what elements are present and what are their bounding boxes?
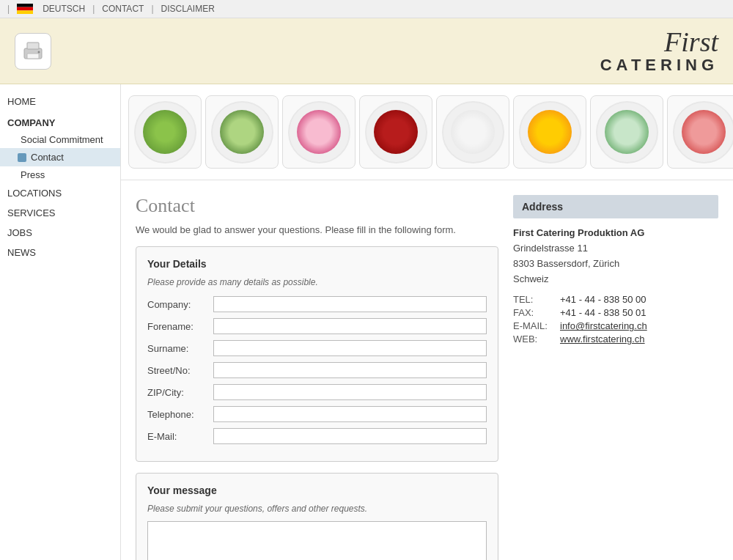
surname-field-row: Surname: — [147, 340, 487, 356]
company-input[interactable] — [213, 296, 487, 312]
address-company-name: First Catering Produktion AG — [513, 227, 718, 238]
address-country: Schweiz — [513, 272, 718, 287]
gallery-item-4 — [359, 95, 432, 169]
web-value[interactable]: www.firstcatering.ch — [560, 334, 718, 345]
address-street: Grindelstrasse 11 — [513, 241, 718, 257]
gallery-item-1 — [128, 95, 202, 169]
email-value[interactable]: info@firstcatering.ch — [560, 320, 718, 331]
contact-form-area: Contact We would be glad to answer your … — [136, 195, 498, 560]
email-input[interactable] — [213, 428, 487, 444]
address-panel: Address First Catering Produktion AG Gri… — [513, 195, 718, 560]
zip-input[interactable] — [213, 384, 487, 400]
forename-label: Forename: — [147, 321, 213, 332]
sidebar-item-social-commitment[interactable]: Social Commitment — [0, 131, 120, 148]
svg-rect-5 — [27, 54, 39, 59]
sidebar-item-press[interactable]: Press — [0, 166, 120, 183]
sidebar-item-news[interactable]: NEWS — [0, 243, 120, 262]
telephone-label: Telephone: — [147, 409, 213, 420]
contact-info-grid: TEL: +41 - 44 - 838 50 00 FAX: +41 - 44 … — [513, 294, 718, 345]
web-label: WEB: — [513, 334, 557, 345]
logo-first: First — [600, 28, 718, 56]
flag-icon — [17, 4, 35, 14]
email-label: E-Mail: — [147, 431, 213, 442]
company-label: Company: — [147, 299, 213, 310]
fax-value: +41 - 44 - 838 50 01 — [560, 307, 718, 318]
email-field-row: E-Mail: — [147, 428, 487, 444]
deutsch-link[interactable]: DEUTSCH — [43, 4, 85, 14]
gallery-item-8 — [667, 95, 733, 169]
main-layout: HOME COMPANY Social Commitment Contact P… — [0, 84, 733, 560]
svg-rect-2 — [17, 10, 33, 14]
zip-field-row: ZIP/City: — [147, 384, 487, 400]
sidebar-item-locations[interactable]: LOCATIONS — [0, 183, 120, 203]
surname-input[interactable] — [213, 340, 487, 356]
contact-indicator — [18, 153, 26, 162]
logo-catering: CATERING — [600, 56, 718, 75]
logo: First CATERING — [600, 28, 718, 75]
gallery-item-7 — [590, 95, 663, 169]
site-header: First CATERING — [0, 18, 733, 84]
gallery-item-2 — [205, 95, 279, 169]
gallery-item-5 — [436, 95, 509, 169]
message-title: Your message — [147, 485, 487, 496]
street-field-row: Street/No: — [147, 362, 487, 378]
top-navigation: | DEUTSCH | CONTACT | DISCLAIMER — [0, 0, 733, 18]
sidebar-item-jobs[interactable]: JOBS — [0, 223, 120, 243]
svg-rect-0 — [17, 4, 33, 7]
contact-link[interactable]: CONTACT — [102, 4, 144, 14]
contact-title: Contact — [136, 195, 498, 217]
telephone-field-row: Telephone: — [147, 406, 487, 422]
gallery-item-6 — [513, 95, 586, 169]
telephone-input[interactable] — [213, 406, 487, 422]
street-input[interactable] — [213, 362, 487, 378]
forename-input[interactable] — [213, 318, 487, 334]
disclaimer-link[interactable]: DISCLAIMER — [161, 4, 215, 14]
company-field-row: Company: — [147, 296, 487, 312]
address-header: Address — [513, 195, 718, 218]
nav-separator: | — [7, 4, 10, 14]
sidebar: HOME COMPANY Social Commitment Contact P… — [0, 84, 121, 560]
gallery-item-3 — [282, 95, 356, 169]
header-icon — [15, 33, 51, 70]
email-label: E-MAIL: — [513, 320, 557, 331]
message-textarea[interactable] — [147, 521, 487, 560]
contact-section: Contact We would be glad to answer your … — [121, 180, 733, 560]
forename-field-row: Forename: — [147, 318, 487, 334]
form-hint: Please provide as many details as possib… — [147, 277, 487, 287]
nav-separator-2: | — [92, 4, 95, 14]
sidebar-item-home[interactable]: HOME — [0, 92, 120, 111]
your-details-title: Your Details — [147, 258, 487, 270]
sidebar-item-contact[interactable]: Contact — [0, 148, 120, 166]
nav-separator-3: | — [151, 4, 153, 14]
street-label: Street/No: — [147, 365, 213, 376]
tel-value: +41 - 44 - 838 50 00 — [560, 294, 718, 305]
content-area: Contact We would be glad to answer your … — [121, 84, 733, 560]
sidebar-category-company: COMPANY — [0, 111, 120, 131]
svg-point-6 — [38, 51, 40, 53]
sidebar-item-services[interactable]: SERVICES — [0, 203, 120, 223]
message-section: Your message Please submit your question… — [136, 473, 498, 560]
address-city: 8303 Bassersdorf, Zürich — [513, 257, 718, 272]
fax-label: FAX: — [513, 307, 557, 318]
svg-rect-4 — [27, 43, 39, 49]
zip-label: ZIP/City: — [147, 387, 213, 398]
image-gallery — [121, 84, 733, 180]
tel-label: TEL: — [513, 294, 557, 305]
svg-rect-1 — [17, 7, 33, 11]
message-hint: Please submit your questions, offers and… — [147, 504, 487, 514]
surname-label: Surname: — [147, 343, 213, 354]
your-details-section: Your Details Please provide as many deta… — [136, 246, 498, 462]
contact-intro: We would be glad to answer your question… — [136, 224, 498, 235]
